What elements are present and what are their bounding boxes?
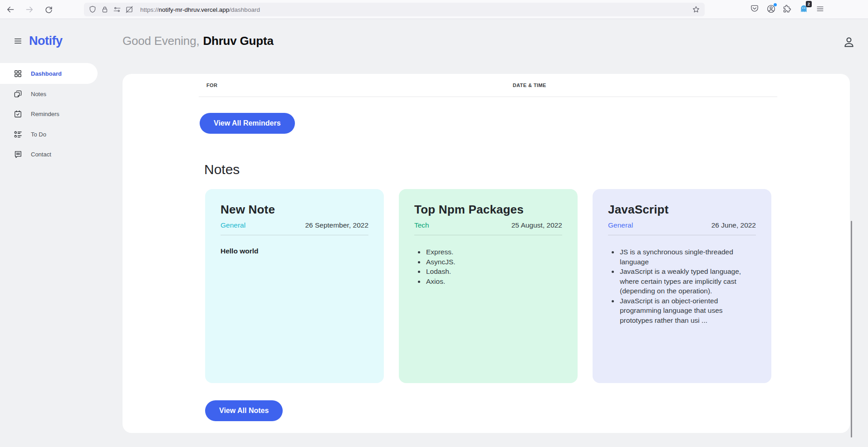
forward-button[interactable]	[24, 4, 35, 15]
sidebar-toggle-icon[interactable]	[14, 37, 22, 45]
images-blocked-icon[interactable]	[125, 5, 133, 14]
note-date: 26 September, 2022	[305, 221, 368, 229]
sidebar-nav: Dashboard Notes Reminders To Do Contact	[0, 63, 98, 165]
account-button[interactable]	[766, 4, 776, 14]
menu-icon	[816, 5, 824, 13]
toolbar-right-icons: 2	[750, 4, 825, 14]
extension-badge: 2	[806, 1, 812, 7]
note-meta: General 26 June, 2022	[608, 221, 756, 235]
note-bullet: Axios.	[425, 277, 562, 287]
puzzle-icon	[783, 4, 792, 13]
person-icon	[842, 35, 856, 49]
greeting-text: Good Evening,	[123, 34, 199, 48]
url-scheme: https://	[140, 6, 159, 13]
note-title: Top Npm Packages	[414, 203, 562, 217]
browser-toolbar: https://notify-mr-dhruv.vercel.app/dashb…	[0, 0, 868, 19]
todo-checklist-icon	[14, 130, 22, 139]
browser-menu-button[interactable]	[815, 4, 825, 14]
note-meta: Tech 25 August, 2022	[414, 221, 562, 235]
note-category: Tech	[414, 221, 429, 229]
note-body: JS is a synchronous single-threaded lang…	[608, 247, 756, 325]
sidebar-item-label: Dashboard	[31, 70, 62, 77]
main-content: Good Evening,Dhruv Gupta FOR DATE & TIME…	[98, 19, 868, 447]
sidebar-item-label: Contact	[31, 151, 51, 158]
note-date: 26 June, 2022	[711, 221, 756, 229]
forward-icon	[25, 5, 34, 14]
pocket-icon	[750, 4, 759, 13]
note-title: New Note	[221, 203, 368, 217]
reminders-column-datetime: DATE & TIME	[513, 83, 546, 88]
app-root: Notify Dashboard Notes Reminders To Do C…	[0, 19, 868, 447]
back-button[interactable]	[5, 4, 16, 15]
reminders-column-for: FOR	[206, 83, 217, 88]
sidebar-item-reminders[interactable]: Reminders	[0, 104, 98, 125]
note-bullet: AsyncJS.	[425, 257, 562, 267]
note-bullet-list: Express. AsyncJS. Lodash. Axios.	[414, 247, 562, 286]
note-bullet: JavaScript is a weakly typed language, w…	[619, 267, 756, 296]
sidebar-item-todo[interactable]: To Do	[0, 124, 98, 145]
bookmark-star-icon[interactable]	[692, 5, 700, 14]
note-body: Hello world	[221, 247, 368, 255]
note-body: Express. AsyncJS. Lodash. Axios.	[414, 247, 562, 286]
sidebar-item-label: Notes	[31, 91, 46, 97]
account-sync-dot	[774, 3, 777, 6]
url-text: https://notify-mr-dhruv.vercel.app/dashb…	[140, 6, 692, 13]
reminders-table-divider	[199, 97, 777, 97]
reload-button[interactable]	[43, 4, 54, 15]
note-bullet: Express.	[425, 247, 562, 257]
note-bullet: JS is a synchronous single-threaded lang…	[619, 247, 756, 267]
view-all-reminders-button[interactable]: View All Reminders	[200, 113, 295, 134]
notes-icon	[14, 90, 22, 98]
url-bar[interactable]: https://notify-mr-dhruv.vercel.app/dashb…	[84, 3, 705, 16]
sidebar-item-notes[interactable]: Notes	[0, 84, 98, 104]
dashboard-panel: FOR DATE & TIME View All Reminders Notes…	[123, 74, 850, 433]
sidebar-item-label: To Do	[31, 131, 46, 138]
note-category: General	[221, 221, 245, 229]
profile-button[interactable]	[842, 35, 856, 49]
message-icon	[14, 150, 22, 159]
note-card[interactable]: Top Npm Packages Tech 25 August, 2022 Ex…	[399, 189, 578, 383]
extensions-button[interactable]	[782, 4, 792, 14]
note-date: 25 August, 2022	[511, 221, 562, 229]
note-card[interactable]: JavaScript General 26 June, 2022 JS is a…	[593, 189, 771, 383]
notes-cards-row: New Note General 26 September, 2022 Hell…	[205, 189, 771, 383]
note-card[interactable]: New Note General 26 September, 2022 Hell…	[205, 189, 384, 383]
dashboard-grid-icon	[14, 69, 22, 78]
sidebar-item-label: Reminders	[31, 111, 59, 117]
username-text: Dhruv Gupta	[203, 34, 273, 48]
view-all-notes-button[interactable]: View All Notes	[205, 400, 283, 421]
back-icon	[6, 5, 15, 14]
note-meta: General 26 September, 2022	[221, 221, 368, 235]
note-bullet: JavaScript is an object-oriented program…	[619, 296, 756, 326]
tracking-shield-icon[interactable]	[88, 5, 97, 14]
url-host: notify-mr-dhruv.vercel.app	[159, 6, 230, 13]
lock-icon[interactable]	[101, 5, 109, 14]
page-header: Good Evening,Dhruv Gupta	[123, 34, 274, 48]
app-logo[interactable]: Notify	[29, 34, 63, 48]
calendar-check-icon	[14, 110, 22, 118]
permissions-icon[interactable]	[113, 5, 121, 14]
note-bullet: Lodash.	[425, 267, 562, 277]
notes-section-title: Notes	[204, 162, 240, 177]
ghostery-extension-button[interactable]: 2	[799, 4, 809, 14]
note-category: General	[608, 221, 633, 229]
brand: Notify	[0, 19, 98, 48]
note-title: JavaScript	[608, 203, 756, 217]
pocket-button[interactable]	[750, 4, 760, 14]
sidebar: Notify Dashboard Notes Reminders To Do C…	[0, 19, 98, 447]
sidebar-item-contact[interactable]: Contact	[0, 145, 98, 165]
url-path: /dashboard	[229, 6, 260, 13]
reload-icon	[44, 5, 53, 14]
note-bullet-list: JS is a synchronous single-threaded lang…	[608, 247, 756, 325]
sidebar-item-dashboard[interactable]: Dashboard	[0, 63, 98, 84]
page-scrollbar-thumb[interactable]	[851, 221, 852, 437]
